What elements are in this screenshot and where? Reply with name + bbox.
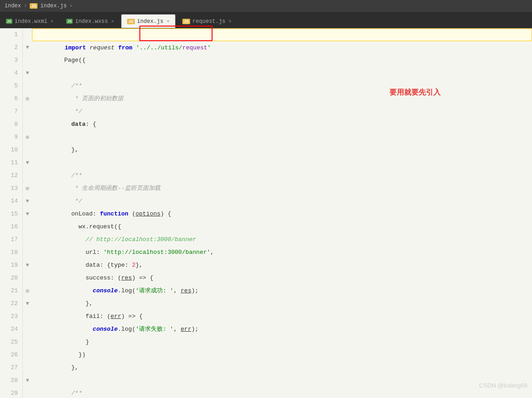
code-line-7: data: { [32,105,532,118]
ln-11: 11 [0,156,22,169]
breadcrumb-item-file[interactable]: index.js [40,3,67,9]
tab-index-wxss[interactable]: JS index.wxss × [60,14,120,28]
fold-11[interactable]: ▼ [23,156,32,169]
code-line-2: Page({ [32,41,532,54]
ln-26: 26 [0,349,22,361]
code-line-23: console.log('请求失败: ', err); [32,310,532,323]
fold-9[interactable] [23,131,32,144]
code-line-22: fail: (err) => { [32,297,532,310]
fold-3 [23,54,32,67]
code-line-14: onLoad: function (options) { [32,195,532,208]
ln-6: 6 [0,92,22,105]
tab-label-index-wxss: index.wxss [75,18,108,25]
fold-25 [23,336,32,349]
code-line-10 [32,144,532,156]
tab-close-wxml[interactable]: × [51,19,54,24]
ln-12: 12 [0,169,22,182]
ln-4: 4 [0,67,22,80]
fold-1 [23,28,32,41]
ln-22: 22 [0,297,22,310]
code-line-4: /** [32,67,532,80]
tab-index-wxml[interactable]: JS index.wxml × [0,14,59,28]
fold-28[interactable]: ▼ [23,374,32,387]
breadcrumb: index › JS index.js › [0,0,532,12]
line-numbers: 1 2 3 4 5 6 7 8 9 10 11 12 13 14 15 16 1… [0,28,23,398]
ln-15: 15 [0,208,22,221]
tab-icon-js: JS [127,19,135,24]
ln-8: 8 [0,118,22,131]
fold-13[interactable] [23,182,32,195]
ln-3: 3 [0,54,22,67]
tab-label-index-js: index.js [137,18,164,25]
ln-24: 24 [0,323,22,336]
code-line-3 [32,54,532,67]
ln-18: 18 [0,246,22,259]
ln-28: 28 [0,374,22,387]
code-line-17: url: 'http://localhost:3000/banner', [32,233,532,246]
code-line-18: data: {type: 2}, [32,246,532,259]
ln-9: 9 [0,131,22,144]
code-line-5: * 页面的初始数据 [32,80,532,92]
code-line-21: }, [32,285,532,297]
fold-5 [23,80,32,92]
code-line-13: */ [32,182,532,195]
tab-close-request[interactable]: × [229,19,232,24]
code-line-27 [32,361,532,374]
fold-2[interactable]: ▼ [23,41,32,54]
code-line-9: }, [32,131,532,144]
code-line-28: /** [32,374,532,387]
fold-29 [23,387,32,398]
code-line-19: success: (res) => { [32,259,532,272]
fold-19[interactable]: ▼ [23,259,32,272]
code-line-8 [32,118,532,131]
ln-19: 19 [0,259,22,272]
fold-15[interactable]: ▼ [23,208,32,221]
ln-13: 13 [0,182,22,195]
code-line-1: import request from '../../utils/request… [32,28,532,41]
tab-close-js[interactable]: × [166,19,170,24]
ln-23: 23 [0,310,22,323]
fold-6[interactable] [23,92,32,105]
code-line-20: console.log('请求成功: ', res); [32,272,532,285]
ln-1: 1 [0,28,22,41]
fold-8 [23,118,32,131]
tab-close-wxss[interactable]: × [111,19,114,24]
fold-18 [23,246,32,259]
ln-5: 5 [0,80,22,92]
editor: 1 2 3 4 5 6 7 8 9 10 11 12 13 14 15 16 1… [0,28,532,398]
ln-16: 16 [0,221,22,233]
fold-12 [23,169,32,182]
code-line-15: wx.request({ [32,208,532,221]
fold-27 [23,361,32,374]
tab-request-js[interactable]: JS request.js × [176,14,238,28]
breadcrumb-sep1: › [24,3,27,9]
tab-icon-wxml: JS [6,19,12,24]
fold-column: ▼ ▼ ▼ ▼ ▼ ▼ ▼ ▼ [23,28,32,398]
fold-24 [23,323,32,336]
breadcrumb-js-icon: JS [30,3,37,9]
code-line-24: } [32,323,532,336]
fold-4[interactable]: ▼ [23,67,32,80]
breadcrumb-sep2: › [69,3,73,9]
tab-label-request-js: request.js [192,18,225,25]
code-area[interactable]: import request from '../../utils/request… [32,28,532,398]
fold-20 [23,272,32,285]
tab-index-js[interactable]: JS index.js × [121,14,176,28]
fold-21[interactable] [23,285,32,297]
fold-23 [23,310,32,323]
tab-icon-wxss: JS [66,19,73,24]
ln-25: 25 [0,336,22,349]
fold-22[interactable]: ▼ [23,297,32,310]
breadcrumb-item-index[interactable]: index [5,3,21,9]
code-line-16: // http://localhost:3000/banner [32,221,532,233]
ln-7: 7 [0,105,22,118]
code-line-25: }) [32,336,532,349]
code-line-6: */ [32,92,532,105]
ln-17: 17 [0,233,22,246]
fold-17 [23,233,32,246]
ln-14: 14 [0,195,22,208]
fold-14[interactable]: ▼ [23,195,32,208]
fold-26 [23,349,32,361]
csdn-watermark: CSDN @liulang68 [479,382,527,389]
code-line-11: /** [32,156,532,169]
